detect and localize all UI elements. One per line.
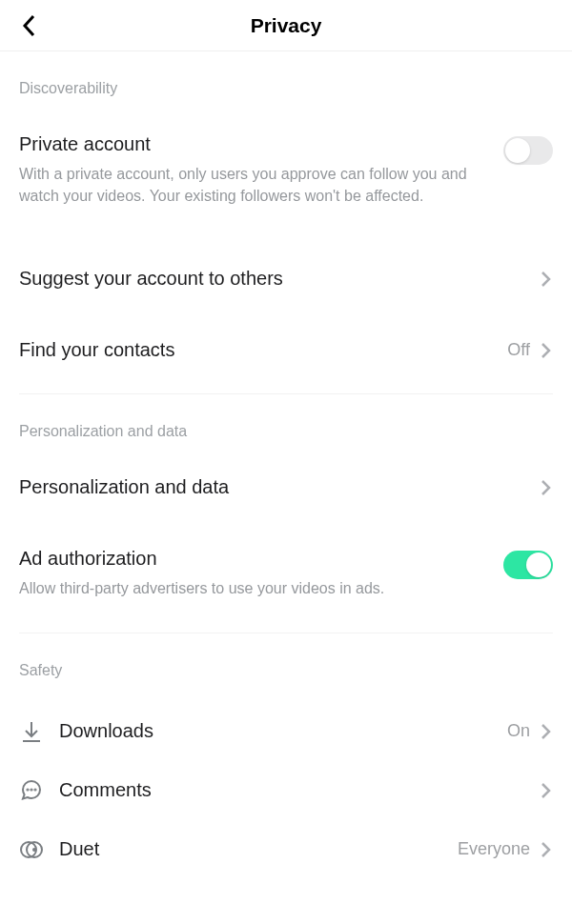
chevron-left-icon (21, 13, 38, 38)
page-title: Privacy (251, 14, 322, 37)
private-account-desc: With a private account, only users you a… (19, 163, 503, 207)
row-main: Suggest your account to others (19, 268, 540, 290)
section-title-discoverability: Discoverability (19, 51, 553, 120)
toggle-thumb (505, 138, 530, 163)
row-ad-authorization: Ad authorization Allow third-party adver… (19, 534, 553, 613)
downloads-label: Downloads (59, 720, 507, 742)
header: Privacy (0, 0, 572, 51)
section-personalization: Personalization and data Personalization… (0, 394, 572, 613)
chevron-right-icon (540, 341, 553, 360)
find-contacts-label: Find your contacts (19, 339, 507, 361)
section-safety: Safety Downloads On (0, 633, 572, 879)
suggest-account-label: Suggest your account to others (19, 268, 540, 290)
toggle-thumb (526, 552, 551, 577)
comments-label: Comments (59, 779, 540, 801)
row-main: Find your contacts (19, 339, 507, 361)
personalization-data-label: Personalization and data (19, 476, 540, 498)
private-account-label: Private account (19, 133, 503, 155)
ad-authorization-label: Ad authorization (19, 548, 503, 570)
row-main: Comments (59, 779, 540, 801)
chevron-right-icon (540, 270, 553, 289)
row-comments[interactable]: Comments (19, 761, 553, 820)
row-suggest-account[interactable]: Suggest your account to others (19, 254, 553, 303)
svg-point-3 (31, 789, 31, 790)
duet-value: Everyone (458, 839, 530, 859)
find-contacts-value: Off (507, 340, 530, 360)
row-duet[interactable]: Duet Everyone (19, 820, 553, 879)
chevron-right-icon (540, 840, 553, 859)
ad-authorization-toggle[interactable] (503, 551, 553, 579)
back-button[interactable] (15, 11, 44, 40)
row-private-account: Private account With a private account, … (19, 120, 553, 220)
section-title-personalization: Personalization and data (19, 394, 553, 463)
row-main: Ad authorization Allow third-party adver… (19, 548, 503, 599)
chevron-right-icon (540, 722, 553, 741)
content: Discoverability Private account With a p… (0, 51, 572, 879)
svg-point-2 (27, 789, 28, 790)
duet-icon (19, 837, 59, 862)
row-personalization-data[interactable]: Personalization and data (19, 463, 553, 512)
download-icon (19, 719, 59, 744)
svg-point-4 (34, 789, 35, 790)
ad-authorization-desc: Allow third-party advertisers to use you… (19, 577, 503, 599)
comment-icon (19, 778, 59, 803)
section-discoverability: Discoverability Private account With a p… (0, 51, 572, 374)
section-title-safety: Safety (19, 633, 553, 702)
row-main: Personalization and data (19, 476, 540, 498)
row-downloads[interactable]: Downloads On (19, 702, 553, 761)
private-account-toggle[interactable] (503, 136, 553, 165)
chevron-right-icon (540, 781, 553, 800)
row-main: Downloads (59, 720, 507, 742)
row-main: Private account With a private account, … (19, 133, 503, 207)
duet-label: Duet (59, 838, 458, 860)
chevron-right-icon (540, 478, 553, 497)
row-main: Duet (59, 838, 458, 860)
svg-point-7 (32, 848, 36, 852)
row-find-contacts[interactable]: Find your contacts Off (19, 326, 553, 374)
downloads-value: On (507, 721, 530, 741)
